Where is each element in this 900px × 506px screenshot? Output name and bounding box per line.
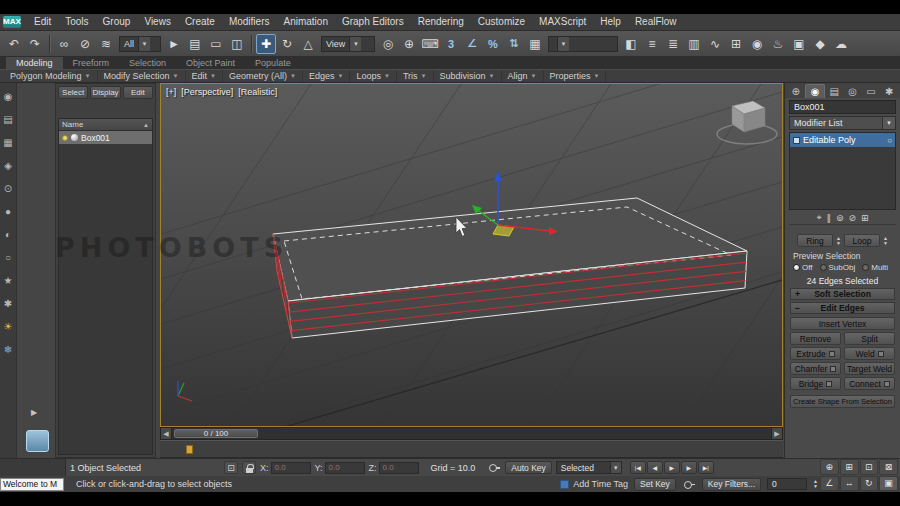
split-button[interactable]: Split: [844, 332, 895, 345]
menu-item[interactable]: Animation: [276, 14, 334, 30]
ribbon-tab[interactable]: Object Paint: [176, 57, 245, 69]
selection-filter-dropdown[interactable]: All ▼: [119, 36, 161, 52]
lock-selection-icon[interactable]: [242, 461, 256, 474]
expand-arrow-icon[interactable]: ▶: [31, 408, 37, 417]
ribbon-tool[interactable]: Loops ▼: [350, 70, 396, 82]
menu-item[interactable]: Rendering: [411, 14, 471, 30]
target-weld-button[interactable]: Target Weld: [844, 362, 895, 375]
select-and-link-icon[interactable]: ∞: [54, 34, 74, 54]
scene-explorer-tab[interactable]: Edit: [123, 86, 153, 99]
ribbon-toggle-icon[interactable]: ▥: [684, 34, 704, 54]
left-tool-compass-icon[interactable]: ◉: [1, 89, 15, 103]
edit-edges-rollout-header[interactable]: − Edit Edges: [790, 302, 895, 314]
schematic-view-icon[interactable]: ⊞: [726, 34, 746, 54]
display-tab-icon[interactable]: ▭: [862, 84, 879, 98]
weld-button[interactable]: Weld: [844, 347, 895, 360]
curve-editor-icon[interactable]: ∿: [705, 34, 725, 54]
ribbon-tool[interactable]: Edit ▼: [186, 70, 223, 82]
next-frame-arrow-icon[interactable]: ▶: [771, 428, 782, 439]
left-tool-burst-icon[interactable]: ✱: [1, 296, 15, 310]
redo-icon[interactable]: ↷: [25, 34, 45, 54]
ribbon-tab[interactable]: Selection: [119, 57, 176, 69]
z-coordinate-field[interactable]: 0.0: [379, 462, 419, 474]
modifier-stack-selected-row[interactable]: Editable Poly ○: [790, 133, 895, 147]
pin-stack-icon[interactable]: ⌖: [816, 212, 821, 223]
menu-item[interactable]: Group: [96, 14, 138, 30]
left-tool-gem-icon[interactable]: ◈: [1, 158, 15, 172]
time-slider-handle[interactable]: 0 / 100: [174, 429, 258, 438]
left-tool-grid-icon[interactable]: ▦: [1, 135, 15, 149]
use-pivot-center-icon[interactable]: ◎: [378, 34, 398, 54]
previous-frame-arrow-icon[interactable]: ◀: [161, 428, 172, 439]
previous-frame-icon[interactable]: ◀: [647, 461, 663, 474]
spinner-snap-icon[interactable]: ⇅: [504, 34, 524, 54]
ribbon-tool[interactable]: Align ▼: [502, 70, 544, 82]
percent-snap-icon[interactable]: %: [483, 34, 503, 54]
connect-settings-icon[interactable]: [884, 381, 890, 387]
align-icon[interactable]: ≡: [642, 34, 662, 54]
modifier-stack[interactable]: Editable Poly ○: [789, 132, 896, 210]
ribbon-tab[interactable]: Modeling: [6, 57, 63, 69]
remove-modifier-icon[interactable]: ⊘: [849, 213, 857, 223]
viewport-pov-menu[interactable]: [Perspective]: [181, 87, 233, 97]
y-coordinate-field[interactable]: 0.0: [325, 462, 365, 474]
modify-tab-icon[interactable]: ◉: [805, 84, 824, 98]
ribbon-tab[interactable]: Freeform: [63, 57, 120, 69]
menu-item[interactable]: RealFlow: [628, 14, 684, 30]
box-object[interactable]: [273, 198, 747, 338]
scene-explorer-tab[interactable]: Display: [90, 86, 120, 99]
menu-item[interactable]: Views: [137, 14, 178, 30]
render-cloud-icon[interactable]: ☁: [831, 34, 851, 54]
menu-item[interactable]: Graph Editors: [335, 14, 411, 30]
ribbon-tool[interactable]: Subdivision ▼: [434, 70, 502, 82]
left-tool-layers-icon[interactable]: ▤: [1, 112, 15, 126]
insert-vertex-button[interactable]: Insert Vertex: [790, 317, 895, 330]
left-tool-sun-icon[interactable]: ☀: [1, 319, 15, 333]
name-column-header[interactable]: Name ▲: [59, 119, 152, 131]
time-slider[interactable]: ◀ 0 / 100 ▶: [160, 427, 783, 440]
select-and-move-icon[interactable]: ✚: [256, 34, 276, 54]
modifier-list-dropdown[interactable]: Modifier List ▼: [789, 116, 896, 130]
configure-modifier-sets-icon[interactable]: ⊞: [861, 213, 869, 223]
pan-icon[interactable]: ↔: [840, 476, 859, 492]
ribbon-tool[interactable]: Modify Selection ▼: [98, 70, 186, 82]
menu-item[interactable]: Help: [593, 14, 628, 30]
layer-manager-icon[interactable]: ≣: [663, 34, 683, 54]
zoom-all-icon[interactable]: ⊞: [840, 459, 859, 475]
maximize-viewport-icon[interactable]: ▣: [879, 476, 898, 492]
ring-spinner[interactable]: ▲▼: [836, 236, 841, 246]
object-name-field[interactable]: Box001: [789, 100, 896, 114]
play-icon[interactable]: ▶: [664, 461, 680, 474]
ribbon-tool[interactable]: Tris ▼: [397, 70, 434, 82]
left-tool-circle-icon[interactable]: ○: [1, 250, 15, 264]
ribbon-tool[interactable]: Properties ▼: [544, 70, 607, 82]
edit-named-selection-sets-icon[interactable]: ▦: [525, 34, 545, 54]
go-to-end-icon[interactable]: ▶|: [698, 461, 714, 474]
scene-explorer-tab[interactable]: Select: [58, 86, 88, 99]
menu-item[interactable]: Modifiers: [222, 14, 277, 30]
bridge-button[interactable]: Bridge: [790, 377, 841, 390]
set-key-mode-icon[interactable]: [487, 461, 501, 474]
rectangular-selection-region-icon[interactable]: ▭: [206, 34, 226, 54]
rendered-frame-window-icon[interactable]: ▣: [789, 34, 809, 54]
left-tool-target-icon[interactable]: ⊙: [1, 181, 15, 195]
keyframe-marker[interactable]: [186, 445, 193, 454]
viewport-shading-menu[interactable]: [Realistic]: [238, 87, 277, 97]
left-tool-sphere-icon[interactable]: ●: [1, 204, 15, 218]
show-end-result-icon[interactable]: ∥: [826, 213, 831, 223]
remove-button[interactable]: Remove: [790, 332, 841, 345]
hierarchy-tab-icon[interactable]: ▤: [826, 84, 843, 98]
next-frame-icon[interactable]: ▶: [681, 461, 697, 474]
preview-selection-radio[interactable]: SubObj: [820, 263, 856, 272]
render-setup-icon[interactable]: ♨: [768, 34, 788, 54]
make-unique-icon[interactable]: ⊚: [836, 213, 844, 223]
reference-coordinate-dropdown[interactable]: View ▼: [321, 36, 375, 52]
view-cube[interactable]: [717, 101, 777, 144]
viewport-general-menu[interactable]: [+]: [166, 87, 176, 97]
zoom-icon[interactable]: ⊕: [820, 459, 839, 475]
extrude-settings-icon[interactable]: [829, 351, 835, 357]
select-and-scale-icon[interactable]: △: [298, 34, 318, 54]
snaps-toggle-icon[interactable]: 3: [441, 34, 461, 54]
select-object-icon[interactable]: ►: [164, 34, 184, 54]
select-by-name-icon[interactable]: ▤: [185, 34, 205, 54]
